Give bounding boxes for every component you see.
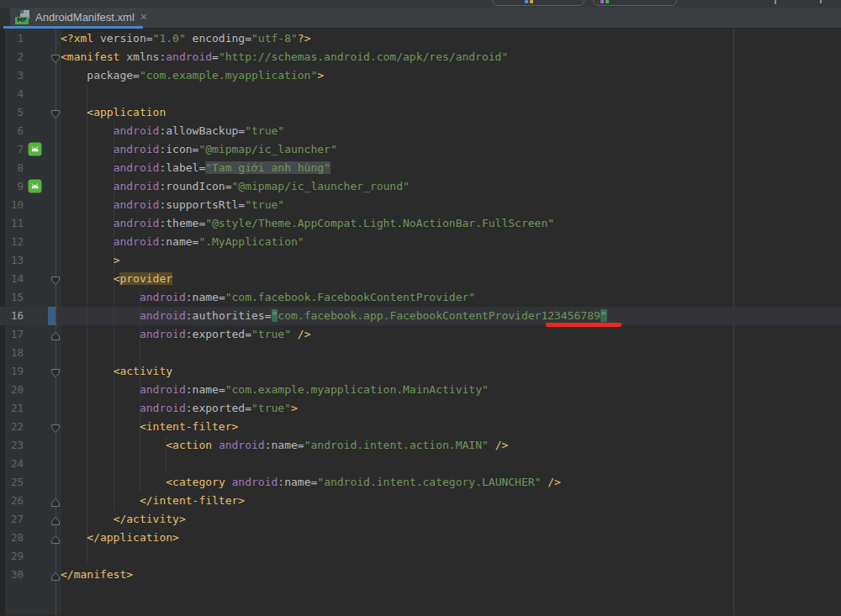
code-token: =: [245, 32, 251, 45]
code-line[interactable]: <provider: [61, 270, 607, 288]
code-token: =: [219, 291, 225, 303]
fold-collapse-icon[interactable]: [50, 422, 61, 432]
fold-end-icon[interactable]: [50, 514, 61, 524]
fold-end-icon[interactable]: [50, 496, 61, 506]
code-line[interactable]: android:icon="@mipmap/ic_launcher": [61, 140, 607, 159]
android-launcher-icon-preview[interactable]: [28, 179, 42, 193]
line-number: 20: [0, 381, 24, 399]
code-token: android: [140, 309, 186, 322]
code-line[interactable]: </manifest>: [61, 566, 607, 584]
gutter-row: 9: [0, 177, 61, 196]
code-line[interactable]: android:label="Tam giới anh hùng": [61, 159, 607, 177]
code-token: <application: [87, 106, 166, 118]
gutter-row: 24: [0, 455, 61, 473]
fold-end-icon[interactable]: [50, 533, 61, 543]
code-line[interactable]: android:allowBackup="true": [61, 122, 607, 140]
code-token: =: [219, 383, 225, 396]
code-line[interactable]: android:exported="true">: [61, 399, 607, 418]
code-line[interactable]: </intent-filter>: [61, 492, 607, 510]
code-token: "@mipmap/ic_launcher": [198, 143, 336, 155]
gutter-row: 19: [0, 362, 61, 381]
device-icon: [525, 0, 528, 3]
code-token: :name: [186, 291, 219, 303]
code-line[interactable]: </application>: [61, 529, 607, 547]
code-line[interactable]: [61, 344, 607, 362]
code-line[interactable]: android:name="com.facebook.FacebookConte…: [61, 288, 607, 307]
code-token: :name: [159, 235, 192, 248]
tab-title: AndroidManifest.xml: [35, 11, 135, 24]
code-line[interactable]: android:supportsRtl="true": [61, 196, 607, 214]
code-line[interactable]: android:roundIcon="@mipmap/ic_launcher_r…: [61, 177, 607, 196]
red-underline-annotation: [546, 323, 621, 327]
gutter-row: 28: [0, 529, 61, 547]
code-token: </manifest>: [61, 568, 133, 581]
fold-collapse-icon[interactable]: [50, 274, 61, 284]
code-token: android: [114, 161, 160, 174]
code-token: />: [291, 328, 310, 340]
code-line[interactable]: <category android:name="android.intent.c…: [61, 473, 607, 492]
code-line[interactable]: android:name="com.example.myapplication.…: [61, 381, 607, 399]
gutter-row: 26: [0, 492, 61, 510]
fold-collapse-icon[interactable]: [50, 52, 61, 62]
gutter-row: 2: [0, 48, 61, 66]
code-token: >: [291, 402, 298, 414]
manifest-file-icon: MF: [15, 10, 30, 24]
main-toolbar: [0, 0, 841, 8]
gutter-row: 25: [0, 473, 61, 492]
code-line[interactable]: <intent-filter>: [61, 418, 607, 436]
android-launcher-icon-preview[interactable]: [28, 142, 42, 156]
code-line[interactable]: <?xml version="1.0" encoding="utf-8"?>: [61, 29, 607, 48]
code-token: android: [140, 328, 186, 340]
line-number: 3: [0, 66, 24, 85]
line-number: 10: [0, 196, 24, 214]
code-line[interactable]: <activity: [61, 362, 607, 381]
code-token: =: [238, 124, 245, 137]
tab-androidmanifest-xml[interactable]: MF AndroidManifest.xml ×: [10, 8, 141, 26]
code-lines[interactable]: <?xml version="1.0" encoding="utf-8"?><m…: [61, 29, 607, 584]
tab-close-icon[interactable]: ×: [140, 11, 147, 23]
code-line[interactable]: [61, 455, 607, 473]
code-token: :icon: [159, 143, 192, 155]
code-line[interactable]: <application: [61, 103, 607, 122]
fold-collapse-icon[interactable]: [50, 108, 61, 118]
code-token: :exported: [186, 328, 245, 340]
code-line[interactable]: android:name=".MyApplication": [61, 233, 607, 251]
toolbar-dot-icon: [820, 0, 822, 3]
config-icon: [600, 0, 604, 3]
code-line[interactable]: <action android:name="android.intent.act…: [61, 436, 607, 455]
code-line[interactable]: [61, 547, 607, 566]
gutter-row: 8: [0, 159, 61, 177]
code-token: android: [114, 217, 160, 229]
code-line[interactable]: <manifest xmlns:android="http://schemas.…: [61, 48, 607, 66]
code-line[interactable]: >: [61, 251, 607, 270]
fold-collapse-icon[interactable]: [50, 366, 61, 376]
code-line[interactable]: [61, 85, 607, 103]
code-line[interactable]: package="com.example.myapplication">: [61, 66, 607, 85]
code-token: ": [600, 309, 607, 322]
gutter-row: 6: [0, 122, 61, 140]
line-number: 5: [0, 103, 24, 122]
line-number: 9: [0, 177, 24, 196]
run-config-button[interactable]: [593, 0, 677, 6]
fold-end-icon[interactable]: [50, 570, 61, 580]
gutter-row: 16: [0, 307, 61, 325]
line-number: 27: [0, 510, 24, 529]
code-line[interactable]: android:theme="@style/Theme.AppCompat.Li…: [61, 214, 607, 233]
code-token: >: [114, 254, 120, 266]
device-selector-button[interactable]: [492, 0, 584, 6]
gutter-row: 11: [0, 214, 61, 233]
fold-end-icon[interactable]: [50, 329, 61, 340]
code-line[interactable]: </activity>: [61, 510, 607, 529]
code-line[interactable]: android:authorities="com.facebook.app.Fa…: [61, 307, 607, 325]
code-token: :name: [265, 439, 298, 451]
code-token: encoding: [193, 32, 246, 45]
code-token: android: [114, 124, 160, 137]
code-token: =: [212, 50, 219, 63]
line-number: 22: [0, 418, 24, 436]
code-line[interactable]: android:exported="true" />: [61, 325, 607, 344]
code-token: android: [166, 50, 212, 63]
code-editor[interactable]: 1234567891011121314151617181920212223242…: [0, 29, 841, 615]
line-number: 29: [0, 547, 24, 566]
line-number: 21: [0, 399, 24, 418]
line-number: 4: [0, 85, 24, 103]
